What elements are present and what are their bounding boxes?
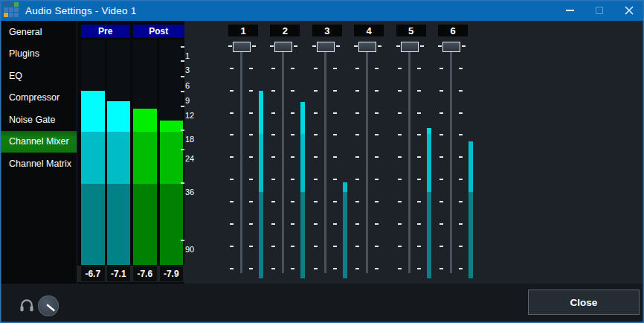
sidebar-item-plugins[interactable]: Plugins: [0, 43, 77, 65]
minimize-button[interactable]: [555, 0, 585, 21]
sidebar-item-general[interactable]: General: [0, 21, 77, 43]
slider-tick: [249, 68, 253, 69]
slider-tick: [459, 223, 463, 225]
volume-slider-track[interactable]: [366, 47, 368, 273]
volume-slider-thumb[interactable]: [358, 42, 376, 52]
slider-tick: [333, 112, 337, 114]
db-scale-tick: [181, 60, 184, 62]
slider-tick: [459, 179, 463, 180]
volume-slider-thumb[interactable]: [274, 42, 292, 52]
slider-tick: [355, 223, 359, 225]
slider-tick: [417, 201, 421, 202]
slider-tick: [417, 134, 421, 135]
volume-slider-track[interactable]: [408, 47, 410, 273]
slider-tick: [314, 179, 318, 180]
slider-tick: [271, 246, 275, 247]
slider-tick: [230, 134, 234, 135]
app-icon: [4, 2, 20, 19]
slider-tick: [417, 90, 421, 92]
slider-tick: [271, 112, 275, 114]
slider-tick: [333, 223, 337, 225]
slider-tick: [333, 246, 337, 247]
slider-tick: [249, 223, 253, 225]
channel-level-meter: [427, 128, 431, 278]
slider-tick: [249, 201, 253, 202]
slider-tick: [230, 268, 234, 269]
volume-slider-thumb[interactable]: [401, 42, 419, 52]
slider-tick: [333, 156, 337, 158]
sidebar-item-channel-mixer[interactable]: Channel Mixer: [0, 131, 77, 153]
close-window-button[interactable]: [614, 0, 644, 21]
db-scale-tick: [181, 76, 184, 77]
slider-tick: [396, 45, 400, 47]
slider-tick: [314, 268, 318, 269]
slider-tick: [333, 134, 337, 135]
slider-tick: [228, 45, 232, 47]
slider-tick: [230, 156, 234, 158]
level-meter-column: [133, 40, 157, 265]
slider-tick: [417, 68, 421, 69]
slider-tick: [249, 156, 253, 158]
channel-level-meter: [468, 141, 473, 278]
slider-tick: [398, 90, 402, 92]
channel-number-label: 6: [438, 25, 468, 36]
meter-readout: -7.9: [160, 266, 184, 281]
volume-slider-thumb[interactable]: [442, 42, 460, 52]
slider-tick: [398, 268, 402, 269]
slider-tick: [439, 68, 443, 69]
app-icon-square: [4, 13, 8, 17]
audio-settings-window: Audio Settings - Video 1 GeneralPluginsE…: [0, 0, 644, 323]
slider-tick: [314, 90, 318, 92]
slider-tick: [249, 179, 253, 180]
meter-readout: -7.1: [107, 266, 131, 281]
slider-tick: [291, 201, 294, 202]
slider-tick: [439, 268, 443, 269]
channel-number-label: 1: [228, 25, 258, 36]
slider-tick: [375, 268, 379, 269]
slider-tick: [398, 134, 402, 135]
slider-tick: [355, 156, 359, 158]
slider-tick: [375, 246, 379, 247]
db-scale-tick: [181, 106, 184, 107]
maximize-button: [585, 0, 614, 21]
db-scale-label: 3: [184, 60, 190, 74]
sidebar-item-compressor[interactable]: Compressor: [0, 87, 77, 109]
slider-tick: [354, 45, 358, 47]
db-scale-label: 6: [184, 76, 190, 89]
slider-tick: [439, 134, 443, 135]
slider-tick: [398, 246, 402, 247]
volume-slider-thumb[interactable]: [317, 42, 335, 52]
volume-slider-thumb[interactable]: [233, 42, 251, 52]
headphone-volume-knob[interactable]: [38, 295, 59, 316]
slider-tick: [249, 112, 253, 114]
db-scale-label: 12: [184, 106, 194, 119]
slider-tick: [314, 68, 318, 69]
close-button[interactable]: Close: [528, 290, 640, 315]
app-icon-square: [9, 13, 13, 17]
slider-tick: [398, 112, 402, 114]
sidebar-item-channel-matrix[interactable]: Channel Matrix: [0, 153, 77, 175]
slider-tick: [291, 134, 294, 135]
slider-tick: [375, 223, 379, 225]
db-scale-label: 1: [184, 46, 190, 60]
slider-tick: [252, 45, 256, 47]
titlebar: Audio Settings - Video 1: [0, 0, 644, 21]
slider-tick: [314, 134, 318, 135]
footer-bar: Close: [0, 284, 644, 323]
volume-slider-track[interactable]: [240, 47, 242, 273]
level-meter-column: [81, 40, 105, 265]
slider-tick: [420, 45, 424, 47]
slider-tick: [314, 156, 318, 158]
volume-slider-track[interactable]: [450, 47, 452, 273]
volume-slider-track[interactable]: [324, 47, 326, 273]
slider-tick: [355, 179, 359, 180]
sidebar-item-noise-gate[interactable]: Noise Gate: [0, 109, 77, 131]
slider-tick: [398, 156, 402, 158]
slider-tick: [249, 134, 253, 135]
sidebar-item-eq[interactable]: EQ: [0, 65, 77, 87]
slider-tick: [459, 112, 463, 114]
slider-tick: [355, 90, 359, 92]
window-controls: [555, 0, 644, 21]
volume-slider-track[interactable]: [282, 47, 284, 273]
slider-tick: [462, 45, 466, 47]
